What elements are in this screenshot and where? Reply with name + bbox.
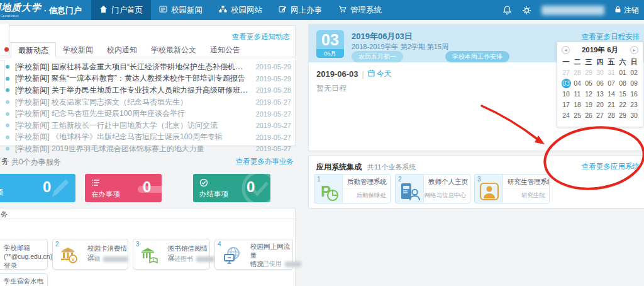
news-item[interactable]: [学校新闻] 校友温家宝同志撰文（纪念马杏垣先生）2019-05-27	[0, 96, 295, 108]
app-teacher-homepage[interactable]: 2 教师个人主页 网络与信息中心	[395, 174, 470, 203]
calendar-day[interactable]: 21	[606, 100, 617, 110]
more-schedule-link[interactable]: 查看更多日程安排	[582, 32, 640, 42]
app-graduate-management[interactable]: 3 研究生管理系统 研究生院	[474, 174, 550, 203]
tab-internal-notice[interactable]: 校内通知	[100, 42, 144, 57]
calendar-day[interactable]: 23	[628, 100, 640, 110]
app-department: 研究生院	[521, 192, 545, 200]
bullet-icon	[6, 135, 9, 139]
calendar-weekday: 四	[594, 57, 606, 67]
app-systems-panel: 应用系统集成 共11个业务系统 查看更多应用系统 1 P 后勤管理系统 后勤保障…	[308, 156, 644, 209]
calendar-day[interactable]: 27	[594, 111, 606, 120]
more-apps-link[interactable]: 查看更多应用系统	[582, 162, 640, 171]
calendar-day[interactable]: 24	[560, 111, 572, 120]
next-month-button[interactable]: ▸	[630, 46, 638, 54]
calendar-day[interactable]: 06	[594, 79, 606, 88]
calendar-day[interactable]: 25	[572, 111, 583, 120]
school-email-card[interactable]: 学校邮箱 (**@cug.edu.cn) 登录	[0, 239, 48, 270]
user-name-blurred[interactable]	[541, 6, 604, 15]
separator: |	[362, 70, 364, 79]
month-label: 06月	[316, 49, 344, 58]
bell-icon[interactable]	[502, 5, 512, 15]
calendar-day[interactable]: 30	[594, 68, 606, 77]
calendar-day[interactable]: 12	[583, 89, 594, 99]
calendar-day[interactable]: 30	[628, 111, 640, 120]
news-item[interactable]: [学校新闻] 王焰新校长一行赴中国地质大学（北京）访问交流2019-05-27	[0, 120, 295, 132]
more-services-link[interactable]: 查看更多办事业务	[236, 157, 294, 166]
menu-item-campus-news[interactable]: 校园新闻	[151, 0, 211, 20]
week-plan-button[interactable]: 学校本周工作安排	[445, 51, 509, 62]
campus-card-spending-card[interactable]: 2 ¥ 校园卡消费情况 余额	[52, 239, 128, 270]
tab-school-news[interactable]: 学校新闻	[56, 42, 100, 57]
calendar-day[interactable]: 27	[560, 68, 572, 77]
calendar-day[interactable]: 16	[628, 89, 640, 99]
calendar-day[interactable]: 26	[583, 111, 594, 120]
app-number: 3	[477, 176, 481, 183]
dorm-utilities-card[interactable]: 学生宿舍水电情 况(尚未集成)	[0, 273, 48, 286]
calendar-day[interactable]: 20	[594, 100, 606, 110]
news-item[interactable]: [学校新闻] 《地球科学》出版纪念马杏垣院士诞辰100周年专辑2019-05-2…	[0, 132, 295, 144]
library-borrowing-card[interactable]: 3 图书馆借阅情况 未还图书	[133, 239, 210, 270]
calendar-day[interactable]: 01	[617, 68, 628, 77]
calendar-day[interactable]: 04	[572, 79, 583, 88]
edit-icon	[279, 5, 287, 15]
calendar-day[interactable]: 15	[617, 89, 628, 99]
bullet-icon	[6, 123, 9, 127]
calendar-day[interactable]: 14	[606, 89, 617, 99]
university-logo[interactable]: 中国地质大学 University of Geosciences · 信息门户	[0, 0, 91, 20]
calendar-day[interactable]: 09	[628, 79, 640, 88]
app-logistics-system[interactable]: 1 P 后勤管理系统 后勤保障处	[314, 174, 391, 203]
app-department: 网络与信息中心	[425, 192, 467, 200]
calendar-day[interactable]: 31	[606, 68, 617, 77]
logout-button[interactable]: 注销	[614, 5, 639, 16]
today-button[interactable]: 今天	[368, 69, 392, 79]
calendar-day[interactable]: 08	[617, 79, 628, 88]
news-item[interactable]: [学校新闻] 纪念马杏垣先生诞辰100周年座谈会举行2019-05-27	[0, 108, 295, 120]
calendar-day[interactable]: 02	[628, 68, 640, 77]
logout-label: 注销	[624, 5, 639, 16]
more-news-link[interactable]: 查看更多通知动态	[232, 32, 290, 42]
calendar-day[interactable]: 28	[606, 111, 617, 120]
tab-latest[interactable]: 最新动态	[11, 42, 56, 57]
menu-item-management-systems[interactable]: 管理系统	[330, 0, 390, 20]
gear-icon[interactable]	[522, 6, 531, 15]
calendar-day[interactable]: 03	[562, 79, 571, 88]
menu-label: 网上办事	[291, 5, 322, 16]
bank-icon: ¥	[60, 246, 79, 266]
calendar-weekday: 二	[572, 57, 583, 67]
today-label: 今天	[377, 69, 392, 79]
news-list: [学校新闻] 国家社科基金重大项目“长江经济带耕地保护生态补偿机制构建与政策创新…	[0, 61, 295, 155]
calendar-day[interactable]: 10	[560, 89, 572, 99]
calendar-header: ◂ 2019年 6月 ▸	[557, 42, 643, 56]
network-traffic-card[interactable]: 4 校园网上网流量 情况 本月已使用	[214, 239, 293, 270]
tab-announcements[interactable]: 通知公告	[203, 42, 247, 57]
in-progress-items-card[interactable]: 在办事项 0	[85, 174, 162, 202]
calendar-day[interactable]: 13	[594, 89, 606, 99]
calendar-day[interactable]: 29	[583, 68, 594, 77]
prev-month-button[interactable]: ◂	[562, 46, 570, 54]
calendar-day[interactable]: 11	[572, 89, 583, 99]
tab-official-docs[interactable]: 学校最新公文	[144, 42, 203, 57]
calendar-day[interactable]: 22	[617, 100, 628, 110]
news-item[interactable]: [学校新闻] 2019世界羽毛球混合团体锦标赛上的地大力量2019-05-27	[0, 143, 295, 155]
news-item[interactable]: [学校新闻] 聚焦“一流本科教育”：黄达人教授来校作干部培训专题报告2019-0…	[0, 73, 295, 85]
news-item[interactable]: [学校新闻] 国家社科基金重大项目“长江经济带耕地保护生态补偿机制构建与政策创新…	[0, 61, 295, 73]
bullet-icon	[6, 88, 9, 92]
blurred-value	[196, 256, 215, 262]
calendar-day[interactable]: 18	[572, 100, 583, 110]
calendar-day[interactable]: 17	[560, 100, 572, 110]
calendar-day[interactable]: 07	[606, 79, 617, 88]
top-navbar: 中国地质大学 University of Geosciences · 信息门户 …	[0, 0, 644, 20]
todo-items-card[interactable]: 待办事项 0	[0, 174, 75, 202]
calendar-day[interactable]: 19	[583, 100, 594, 110]
home-icon	[99, 5, 108, 15]
menu-item-online-services[interactable]: 网上办事	[270, 0, 330, 20]
news-item[interactable]: [学校新闻] 关于举办民生地质工作专业技术人员能力提升高级研修班的通知2019-…	[0, 84, 295, 96]
menu-item-campus-sites[interactable]: 校园网站	[211, 0, 270, 20]
calendar-day[interactable]: 28	[572, 68, 583, 77]
portal-page: 中国地质大学 University of Geosciences · 信息门户 …	[0, 0, 644, 286]
calendar-day[interactable]: 05	[583, 79, 594, 88]
completed-items-card[interactable]: 办结事项 0	[193, 174, 270, 202]
menu-item-home[interactable]: 门户首页	[91, 0, 151, 20]
calendar-day[interactable]: 29	[617, 111, 628, 120]
apps-count: 共11个业务系统	[367, 163, 416, 172]
